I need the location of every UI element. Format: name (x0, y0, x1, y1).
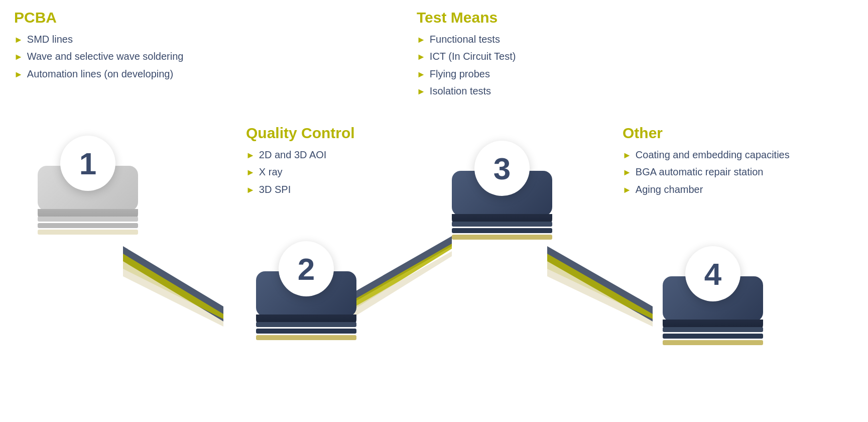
list-item: ► Automation lines (on developing) (14, 67, 205, 80)
list-item: ► 2D and 3D AOI (246, 148, 387, 161)
section-pcba: PCBA ► SMD lines ► Wave and selective wa… (14, 9, 205, 84)
quality-item-2: X ray (259, 165, 283, 178)
layer (452, 228, 552, 233)
layer (38, 217, 138, 222)
pcba-item-2: Wave and selective wave soldering (27, 50, 184, 63)
platform-3-layers (452, 222, 552, 241)
bullet-arrow: ► (623, 167, 632, 178)
bullet-arrow: ► (417, 86, 426, 97)
layer (452, 222, 552, 227)
other-item-1: Coating and embedding capacities (636, 148, 790, 161)
layer (256, 322, 356, 327)
page-container: PCBA ► SMD lines ► Wave and selective wa… (0, 0, 868, 422)
list-item: ► ICT (In Circuit Test) (417, 50, 587, 63)
list-item: ► Coating and embedding capacities (623, 148, 853, 161)
list-item: ► Wave and selective wave soldering (14, 50, 205, 63)
platform-3: 3 (442, 156, 562, 246)
layer (452, 235, 552, 240)
list-item: ► Aging chamber (623, 183, 853, 196)
pcba-item-3: Automation lines (on developing) (27, 67, 173, 80)
layer (38, 223, 138, 228)
svg-marker-6 (547, 246, 653, 322)
stage-4-badge: 4 (685, 246, 740, 301)
other-item-3: Aging chamber (636, 183, 703, 196)
svg-marker-2 (123, 261, 223, 327)
quality-item-1: 2D and 3D AOI (259, 148, 327, 161)
quality-item-3: 3D SPI (259, 183, 291, 196)
layer (663, 340, 763, 345)
other-item-2: BGA automatic repair station (636, 165, 764, 178)
bullet-arrow: ► (623, 184, 632, 196)
quality-title: Quality Control (246, 125, 387, 141)
platform-2: 2 (246, 256, 366, 347)
bullet-arrow: ► (246, 150, 255, 161)
other-title: Other (623, 125, 853, 141)
test-list: ► Functional tests ► ICT (In Circuit Tes… (417, 33, 587, 98)
section-quality: Quality Control ► 2D and 3D AOI ► X ray … (246, 125, 387, 200)
section-other: Other ► Coating and embedding capacities… (623, 125, 853, 200)
list-item: ► SMD lines (14, 33, 205, 46)
layer (256, 335, 356, 340)
list-item: ► X ray (246, 165, 387, 178)
test-title: Test Means (417, 9, 587, 26)
test-item-2: ICT (In Circuit Test) (430, 50, 516, 63)
layer (38, 230, 138, 235)
bullet-arrow: ► (417, 51, 426, 63)
bullet-arrow: ► (14, 69, 23, 80)
stage-1-badge: 1 (60, 136, 115, 191)
stage-4: 4 (653, 261, 773, 352)
pcba-list: ► SMD lines ► Wave and selective wave so… (14, 33, 205, 80)
stage-2: 2 (246, 256, 366, 347)
other-list: ► Coating and embedding capacities ► BGA… (623, 148, 853, 196)
platform-4-layers (663, 327, 763, 347)
platform-2-layers (256, 322, 356, 342)
bullet-arrow: ► (417, 69, 426, 80)
list-item: ► Functional tests (417, 33, 587, 46)
svg-marker-0 (123, 246, 223, 322)
pcba-item-1: SMD lines (27, 33, 73, 46)
platform-1: 1 (28, 151, 148, 241)
test-item-4: Isolation tests (430, 84, 491, 97)
section-test: Test Means ► Functional tests ► ICT (In … (417, 9, 587, 102)
platform-1-layers (38, 217, 138, 236)
stage-2-badge: 2 (279, 241, 334, 296)
bullet-arrow: ► (246, 167, 255, 178)
bullet-arrow: ► (417, 34, 426, 46)
list-item: ► BGA automatic repair station (623, 165, 853, 178)
bullet-arrow: ► (623, 150, 632, 161)
quality-list: ► 2D and 3D AOI ► X ray ► 3D SPI (246, 148, 387, 196)
pcba-title: PCBA (14, 9, 205, 26)
layer (663, 334, 763, 339)
layer (256, 329, 356, 334)
bullet-arrow: ► (14, 34, 23, 46)
list-item: ► 3D SPI (246, 183, 387, 196)
svg-marker-1 (123, 254, 223, 319)
svg-marker-8 (547, 261, 653, 327)
list-item: ► Flying probes (417, 67, 587, 80)
bullet-arrow: ► (246, 184, 255, 196)
platform-4: 4 (653, 261, 773, 352)
stage-3: 3 (442, 156, 562, 246)
svg-marker-7 (547, 254, 653, 319)
layer (663, 327, 763, 332)
list-item: ► Isolation tests (417, 84, 587, 97)
stage-1: 1 (28, 151, 148, 241)
test-item-3: Flying probes (430, 67, 490, 80)
stage-3-badge: 3 (474, 141, 530, 196)
test-item-1: Functional tests (430, 33, 500, 46)
bullet-arrow: ► (14, 51, 23, 63)
